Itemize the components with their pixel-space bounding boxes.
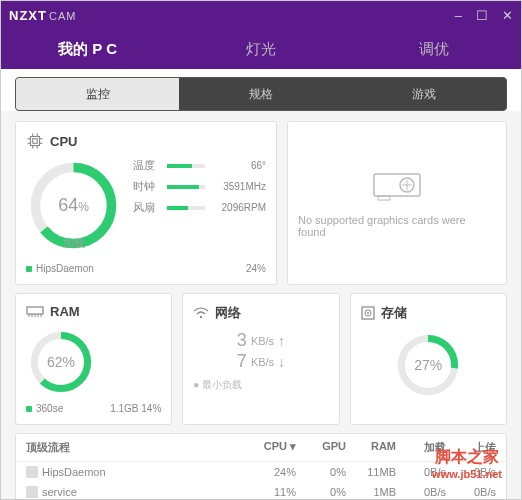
wifi-icon bbox=[193, 307, 209, 319]
svg-rect-1 bbox=[33, 139, 38, 144]
ram-card: RAM 62% 360se 1.1GB 14% bbox=[15, 293, 172, 425]
table-row[interactable]: HipsDaemon 24% 0% 11MB 0B/s 0B/s bbox=[16, 462, 506, 482]
network-title: 网络 bbox=[215, 304, 241, 322]
ram-icon bbox=[26, 306, 44, 318]
col-gpu[interactable]: GPU bbox=[296, 440, 346, 455]
tab-specs[interactable]: 规格 bbox=[179, 78, 342, 110]
process-icon bbox=[26, 466, 38, 478]
process-icon bbox=[26, 486, 38, 498]
cpu-load-label: 加载 bbox=[63, 236, 85, 251]
arrow-up-icon: ↑ bbox=[278, 333, 285, 349]
cpu-temp-label: 温度 bbox=[133, 158, 161, 173]
cpu-fan-label: 风扇 bbox=[133, 200, 161, 215]
table-row[interactable]: service 11% 0% 1MB 0B/s 0B/s bbox=[16, 482, 506, 499]
storage-title: 存储 bbox=[381, 304, 407, 322]
net-down-value: 7 bbox=[237, 351, 247, 372]
titlebar: NZXTCAM – ☐ ✕ bbox=[1, 1, 521, 29]
col-ram[interactable]: RAM bbox=[346, 440, 396, 455]
cpu-clock-label: 时钟 bbox=[133, 179, 161, 194]
ram-top-process: 360se bbox=[36, 403, 63, 414]
nav-lighting[interactable]: 灯光 bbox=[174, 30, 347, 69]
process-table: 顶级流程 CPU ▾ GPU RAM 加载 上传 HipsDaemon 24% … bbox=[15, 433, 507, 499]
cpu-card: CPU 64% 加载 温度 bbox=[15, 121, 277, 285]
subtabs: 监控 规格 游戏 bbox=[15, 77, 507, 111]
maximize-button[interactable]: ☐ bbox=[476, 8, 488, 23]
network-card: 网络 3KB/s↑ 7KB/s↓ ● 最小负载 bbox=[182, 293, 339, 425]
cpu-title: CPU bbox=[50, 134, 77, 149]
nav-mypc[interactable]: 我的 P C bbox=[1, 30, 174, 69]
cpu-icon bbox=[26, 132, 44, 150]
gpu-card: No supported graphics cards were found bbox=[287, 121, 507, 285]
cpu-clock-value: 3591MHz bbox=[211, 181, 266, 192]
col-name[interactable]: 顶级流程 bbox=[26, 440, 246, 455]
status-dot bbox=[26, 266, 32, 272]
col-down[interactable]: 加载 bbox=[396, 440, 446, 455]
storage-card: 存储 27% bbox=[350, 293, 507, 425]
gpu-icon bbox=[372, 169, 422, 204]
svg-point-25 bbox=[200, 316, 202, 318]
cpu-top-process-pct: 24% bbox=[246, 263, 266, 274]
app-logo: NZXTCAM bbox=[9, 8, 76, 23]
cpu-load-value: 64% bbox=[58, 195, 89, 216]
cpu-temp-value: 66° bbox=[211, 160, 266, 171]
net-up-value: 3 bbox=[237, 330, 247, 351]
ram-pct: 62% bbox=[47, 354, 75, 370]
net-footer: 最小负载 bbox=[202, 379, 242, 390]
col-cpu[interactable]: CPU ▾ bbox=[246, 440, 296, 455]
cpu-top-process: HipsDaemon bbox=[36, 263, 94, 274]
navbar: 我的 P C 灯光 调优 bbox=[1, 29, 521, 69]
tab-games[interactable]: 游戏 bbox=[343, 78, 506, 110]
minimize-button[interactable]: – bbox=[455, 8, 462, 23]
svg-rect-12 bbox=[374, 174, 420, 196]
status-dot bbox=[26, 406, 32, 412]
close-button[interactable]: ✕ bbox=[502, 8, 513, 23]
col-up[interactable]: 上传 bbox=[446, 440, 496, 455]
disk-icon bbox=[361, 306, 375, 320]
arrow-down-icon: ↓ bbox=[278, 354, 285, 370]
svg-rect-17 bbox=[27, 307, 43, 314]
svg-point-28 bbox=[367, 312, 369, 314]
tab-monitor[interactable]: 监控 bbox=[16, 78, 179, 110]
storage-pct: 27% bbox=[414, 357, 442, 373]
nav-tuning[interactable]: 调优 bbox=[348, 30, 521, 69]
svg-rect-0 bbox=[31, 137, 40, 146]
cpu-fan-value: 2096RPM bbox=[211, 202, 266, 213]
gpu-empty-message: No supported graphics cards were found bbox=[298, 214, 496, 238]
ram-title: RAM bbox=[50, 304, 80, 319]
